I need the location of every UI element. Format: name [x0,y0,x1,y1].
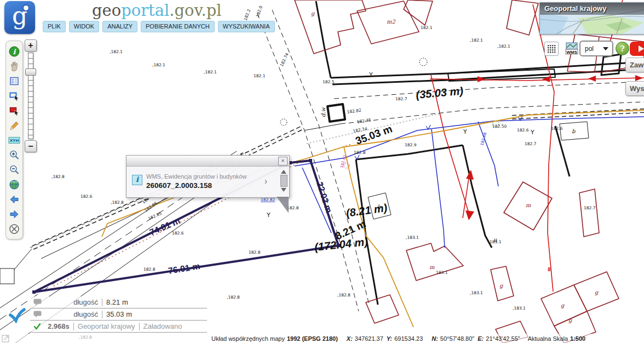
map-label: 182.6 [172,231,184,236]
map-label: 182.9 [405,142,417,147]
attribute-table-button[interactable] [8,73,20,88]
map-label: 22.02 m [315,181,334,214]
zoom-plus-button[interactable]: + [25,39,37,52]
map-label: Y [530,129,534,136]
pan-button[interactable] [8,59,20,73]
map-label: g [561,302,565,309]
xyh-coordinates-button[interactable]: XYH [8,133,20,147]
map-label: ,182.1 [497,44,510,49]
popup-body: i WMS, Ewidencja gruntów i budynków 2606… [127,167,289,197]
scroll-up-icon[interactable] [281,170,286,174]
help-button[interactable]: ? [616,42,629,55]
grid-menu-button[interactable] [544,42,559,56]
abort-button[interactable] [8,221,20,236]
geoportal-logo[interactable]: g [4,1,35,34]
zoom-slider-handle[interactable] [25,68,36,76]
map-label: 182.50 [492,124,507,129]
site-title: geoportal.gov.pl [92,1,222,20]
map-label: m [526,202,531,208]
zoom-out-icon [9,164,20,175]
map-label: ,182.8 [337,293,350,298]
map-label: Y [463,128,467,135]
zoom-slider: + − [25,39,37,152]
menu-item-wyszukiwania[interactable]: WYSZUKIWANIA [218,21,275,32]
y-label: Y: [387,335,392,342]
logo-orbit-dot [24,5,28,10]
map-label: 76.01 m [168,261,201,276]
close-icon[interactable]: × [278,157,288,165]
chevron-right-icon[interactable]: › [264,176,267,186]
popup-source-text: WMS, Ewidencja gruntów i budynków [146,173,246,180]
zoom-out-button[interactable] [8,162,20,177]
map-label: g [595,289,599,296]
deselect-rectangle-button[interactable] [8,103,20,118]
measure-button[interactable] [8,118,20,133]
map-label: 182.1 [254,73,266,78]
map-label: u [493,237,497,243]
zoom-minus-button[interactable]: − [25,140,37,152]
crs-value: 1992 (EPSG 2180) [287,335,338,342]
map-label: 182.7 [525,141,537,146]
map-label: ,182.8 [227,295,240,300]
divider [102,299,102,306]
map-label: 182.82 [347,107,361,115]
overview-map[interactable]: Geoportal krajowy [539,2,644,35]
measure-label: długość [45,310,98,318]
y-coordinate: 691534.23 [394,335,423,342]
menu-item-pobieranie-danych[interactable]: POBIERANIE DANYCH [141,21,215,32]
zoom-slider-track[interactable] [28,53,33,139]
youtube-button[interactable] [630,42,644,56]
map-label: 182.7 [584,205,596,210]
popup-scrollbar[interactable] [280,169,288,195]
map-label: 182.75 [357,117,371,124]
menu-item-widok[interactable]: WIDOK [69,21,99,32]
comment-icon [33,311,42,318]
zoom-in-icon [9,150,20,161]
full-extent-button[interactable] [8,177,20,192]
wms-layers-button[interactable]: WMS [565,42,579,57]
pencil-icon [9,120,20,131]
search-panel-button[interactable]: Wys [625,81,644,96]
map-label: ,182.8 [111,200,124,205]
map-label: ,182.8 [51,174,65,179]
info-button[interactable]: i [8,44,20,59]
blue-check-icon [8,308,26,323]
map-label: ,183.1 [406,235,419,240]
previous-view-button[interactable] [8,192,20,207]
parcel-lines [0,10,644,343]
measure-value: 8.21 m [106,298,128,306]
map-label: (35.03 m) [415,84,464,101]
zoom-in-button[interactable] [8,147,20,162]
map-label: m [429,264,435,270]
language-select[interactable]: pol [579,41,613,56]
title-suffix: .gov.pl [169,1,221,20]
menu-item-plik[interactable]: PLIK [43,21,66,32]
next-view-button[interactable] [8,207,20,221]
map-label: 182.62 [340,155,347,169]
load-layer-name: Geoportal krajowy [78,322,135,330]
map-label: 182.74 [279,52,290,67]
map-label: (172.04 m) [314,236,369,253]
map-label: 8 [548,267,551,272]
measure-value: 35.03 m [106,310,132,318]
map-label: 182.8 [354,150,366,155]
info-icon: i [132,175,142,185]
scroll-down-icon[interactable] [281,188,286,192]
measurement-panel: długość 8.21 m długość 35.03 m 2.968s Ge… [30,296,207,333]
xyh-icon: XYH [8,135,20,146]
load-time: 2.968s [48,322,70,330]
arrow-left-icon [9,194,20,205]
map-toolbar: i XYH [5,41,23,239]
map-contents-button[interactable]: Zaw [625,58,644,72]
e-coordinate: 21°43'42.55" [486,335,520,342]
map-label: 182.6 [551,126,563,131]
map-label: b [572,128,576,134]
map-label: 182.8 [287,205,299,210]
select-rectangle-button[interactable] [8,88,20,103]
n-label: N: [432,335,438,342]
popup-header[interactable]: × [127,156,289,167]
main-menu: PLIKWIDOKANALIZYPOBIERANIE DANYCHWYSZUKI… [43,21,275,32]
scroll-thumb[interactable] [280,175,288,187]
map-label: Y [369,71,373,78]
menu-item-analizy[interactable]: ANALIZY [102,21,137,32]
